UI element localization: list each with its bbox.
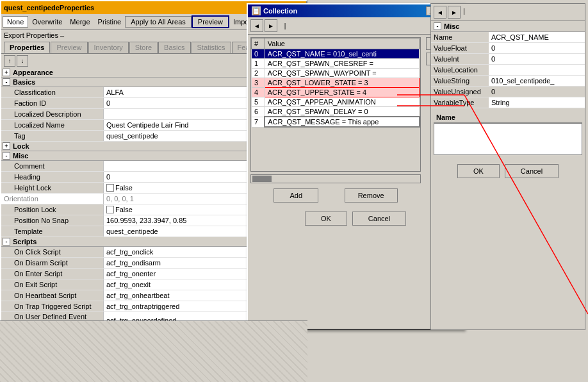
sort-desc-button[interactable]: ↓ — [17, 55, 28, 67]
right-prop-valueunsigned: ValueUnsigned 0 — [431, 87, 585, 97]
right-valueint-value: 0 — [489, 54, 585, 65]
table-row[interactable]: 0 ACR_QST_NAME = 010_sel_centi — [252, 49, 420, 59]
collection-title-text: Collection — [263, 7, 297, 15]
prop-onheartbeat-label: On Heartbeat Script — [1, 290, 104, 301]
right-valuestring-value: 010_sel_centipede_ — [489, 76, 585, 87]
right-prop-name: Name ACR_QST_NAME — [431, 32, 585, 43]
prop-faction-id-label: Faction ID — [1, 98, 104, 108]
collection-table-container[interactable]: # Value 0 ACR_QST_NAME = 010_sel_centi 1… — [250, 37, 421, 172]
tab-inventory[interactable]: Inventory — [88, 42, 129, 53]
prop-classification-label: Classification — [1, 87, 104, 97]
position-lock-checkbox[interactable] — [106, 206, 114, 213]
tab-properties[interactable]: Properties — [4, 42, 50, 53]
row-5-num: 5 — [252, 97, 265, 107]
prop-localized-desc-label: Localized Description — [1, 109, 104, 119]
right-properties-panel: ◄ ► | - Misc Name ACR_QST_NAME ValueFloa… — [430, 3, 585, 330]
right-valuefloat-value: 0 — [489, 43, 585, 54]
prop-template-label: Template — [1, 226, 104, 237]
right-panel-toolbar: ◄ ► | — [431, 4, 585, 21]
right-btn-2[interactable]: ► — [448, 6, 461, 19]
tab-statistics[interactable]: Statistics — [192, 42, 231, 53]
table-row[interactable]: 4 ACR_QST_UPPER_STATE = 4 — [252, 88, 420, 97]
horizontal-scrollbar[interactable] — [250, 174, 421, 183]
scripts-label: Scripts — [13, 238, 37, 245]
tab-preview[interactable]: Preview — [51, 42, 87, 53]
right-prop-valuestring: ValueString 010_sel_centipede_ — [431, 76, 585, 87]
coll-btn-2[interactable]: ► — [265, 19, 277, 32]
menu-none[interactable]: None — [3, 16, 28, 28]
right-name-value: ACR_QST_NAME — [489, 32, 585, 43]
misc-expand-icon: - — [3, 152, 10, 160]
row-2-num: 2 — [252, 69, 265, 78]
prop-localized-name-label: Localized Name — [1, 120, 104, 130]
table-row[interactable]: 6 ACR_QST_SPAWN_DELAY = 0 — [252, 107, 420, 117]
menu-overwrite[interactable]: Overwrite — [28, 17, 66, 27]
basics-expand-icon: - — [3, 78, 10, 86]
height-lock-checkbox-row: False — [106, 184, 133, 192]
prop-position-no-snap-label: Position No Snap — [1, 215, 104, 226]
right-btn-separator: | — [462, 6, 466, 19]
right-valuestring-label: ValueString — [431, 76, 489, 87]
col-num-header: # — [252, 38, 265, 49]
scripts-expand-icon: - — [3, 238, 10, 245]
collection-table: # Value 0 ACR_QST_NAME = 010_sel_centi 1… — [251, 38, 420, 128]
row-1-value: ACR_QST_SPAWN_CRESREF = — [265, 59, 420, 69]
sort-asc-button[interactable]: ↑ — [4, 55, 15, 67]
collection-table-area: # Value 0 ACR_QST_NAME = 010_sel_centi 1… — [248, 35, 423, 206]
right-prop-valuelocation: ValueLocation — [431, 65, 585, 76]
col-value-header: Value — [265, 38, 420, 49]
prop-orientation-label: Orientation — [1, 194, 104, 204]
row-6-value: ACR_QST_SPAWN_DELAY = 0 — [265, 107, 420, 117]
table-row[interactable]: 1 ACR_QST_SPAWN_CRESREF = — [252, 59, 420, 69]
row-3-num: 3 — [252, 78, 265, 88]
height-lock-text: False — [115, 184, 133, 192]
tab-basics[interactable]: Basics — [158, 42, 190, 53]
remove-button[interactable]: Remove — [345, 188, 398, 203]
preview-button[interactable]: Preview — [192, 15, 229, 28]
row-1-num: 1 — [252, 59, 265, 69]
right-btn-1[interactable]: ◄ — [434, 6, 446, 19]
table-row[interactable]: 5 ACR_QST_APPEAR_ANIMATION — [252, 97, 420, 107]
right-valuefloat-label: ValueFloat — [431, 43, 489, 54]
right-props-table: Name ACR_QST_NAME ValueFloat 0 ValueInt … — [431, 32, 585, 108]
position-lock-text: False — [115, 206, 133, 213]
right-prop-valuefloat: ValueFloat 0 — [431, 43, 585, 54]
right-name-section: Name — [434, 112, 582, 155]
coll-btn-1[interactable]: ◄ — [250, 19, 263, 32]
menu-pristine[interactable]: Pristine — [94, 17, 126, 27]
right-valueunsigned-label: ValueUnsigned — [431, 87, 489, 97]
prop-position-lock-label: Position Lock — [1, 204, 104, 215]
row-2-value: ACR_QST_SPAWN_WAYPOINT = — [265, 69, 420, 78]
right-name-label: Name — [431, 32, 489, 43]
cancel-button[interactable]: Cancel — [352, 212, 406, 226]
add-button[interactable]: Add — [274, 188, 318, 203]
right-cancel-button[interactable]: Cancel — [505, 164, 559, 178]
position-lock-checkbox-row: False — [106, 206, 133, 213]
row-0-num: 0 — [252, 49, 265, 59]
menu-merge[interactable]: Merge — [66, 17, 94, 27]
apply-to-all-areas-button[interactable]: Apply to All Areas — [125, 16, 192, 28]
right-valueint-label: ValueInt — [431, 54, 489, 65]
right-misc-section[interactable]: - Misc — [431, 21, 585, 32]
right-valueunsigned-value: 0 — [489, 87, 585, 97]
ok-button[interactable]: OK — [305, 212, 347, 226]
table-row[interactable]: 2 ACR_QST_SPAWN_WAYPOINT = — [252, 69, 420, 78]
right-ok-button[interactable]: OK — [457, 164, 500, 178]
collection-table-header: # Value — [252, 38, 420, 49]
add-remove-row: Add Remove — [248, 185, 423, 206]
prop-comment-label: Comment — [1, 161, 104, 171]
right-name-section-content[interactable] — [434, 123, 582, 155]
prop-onexit-label: On Exit Script — [1, 279, 104, 290]
right-ok-cancel-row: OK Cancel — [431, 159, 585, 183]
prop-heading-label: Heading — [1, 172, 104, 182]
table-row[interactable]: 3 ACR_QST_LOWER_STATE = 3 — [252, 78, 420, 88]
row-5-value: ACR_QST_APPEAR_ANIMATION — [265, 97, 420, 107]
height-lock-checkbox[interactable] — [106, 184, 114, 192]
prop-onclick-label: On Click Script — [1, 247, 104, 257]
export-properties-label[interactable]: Export Properties – — [4, 31, 64, 39]
table-row[interactable]: 7 ACR_QST_MESSAGE = This appe — [252, 117, 420, 127]
coll-btn-separator: | — [279, 19, 291, 32]
right-misc-label: Misc — [444, 22, 459, 30]
tab-store[interactable]: Store — [129, 42, 158, 53]
row-6-num: 6 — [252, 107, 265, 117]
